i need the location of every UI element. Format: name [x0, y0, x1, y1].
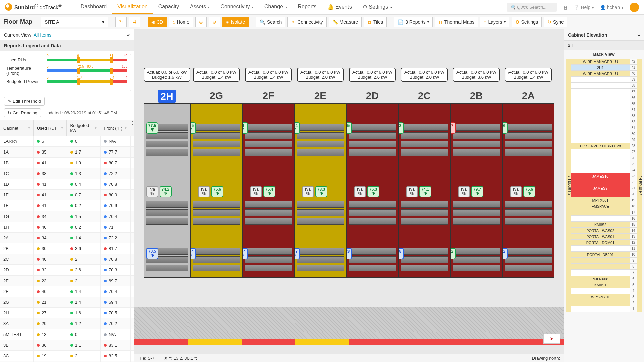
col-budgeted-kw[interactable]: Budgeted kW▾ [67, 120, 100, 136]
table-row[interactable]: 2H271.670.5 [0, 308, 134, 318]
elevation-slot[interactable]: JAMES921 [571, 185, 637, 191]
toolbar-measure[interactable]: 📏Measure [329, 17, 362, 27]
slider-track[interactable]: 093140 [47, 59, 127, 61]
table-row[interactable]: 2A341.472.2 [0, 233, 134, 243]
nav-events[interactable]: 🔔 Events [322, 0, 357, 14]
toolbar-↻[interactable]: ↻ [115, 17, 127, 27]
col-used-rus[interactable]: Used RUs▾ [34, 120, 67, 136]
table-row[interactable]: 1E410.780.9 [0, 190, 134, 200]
table-row[interactable]: 3C19282.5 [0, 351, 134, 361]
col-cabinet[interactable]: Cabinet▾ [0, 120, 34, 136]
edit-threshold-button[interactable]: ✎ Edit Threshold [4, 97, 45, 106]
current-view-link[interactable]: All Items [34, 32, 52, 38]
toolbar-3d[interactable]: ◉3D [148, 17, 167, 27]
table-row[interactable]: 1D410.470.8 [0, 179, 134, 190]
elevation-slot[interactable]: 33 [571, 113, 637, 119]
table-row[interactable]: 1A351.777.7 [0, 147, 134, 158]
rack-2C[interactable]: Actual: 0.0 of 6.0 kWBudget: 2.0 kW2C76.… [398, 103, 450, 308]
elevation-slot[interactable]: 38 [571, 83, 637, 89]
3d-view[interactable]: Actual: 0.0 of 6.0 kWBudget: 1.6 kW2H77.… [134, 29, 564, 354]
rack-2F[interactable]: Actual: 0.0 of 6.0 kWBudget: 1.4 kW2F76℉… [243, 103, 294, 308]
elevation-slot[interactable]: 1 [571, 306, 637, 312]
table-row[interactable]: 2C40270.8 [0, 254, 134, 265]
help-menu[interactable]: ❔ Help ▾ [574, 5, 594, 10]
table-row[interactable]: 2G211.469.4 [0, 297, 134, 308]
calendar-icon[interactable]: ▦ [563, 5, 568, 10]
elevation-slot[interactable]: 22 [571, 179, 637, 185]
table-row[interactable]: 2E23269.7 [0, 276, 134, 286]
elevation-slot[interactable]: 39 [571, 77, 637, 83]
toolbar-isolate[interactable]: ◈Isolate [222, 17, 249, 27]
toolbar-thermal-maps[interactable]: ▥Thermal Maps [435, 17, 478, 27]
rack-2D[interactable]: Actual: 0.0 of 6.0 kWBudget: 2.6 kW2D78.… [346, 103, 398, 308]
elevation-slot[interactable]: 17 [571, 209, 637, 216]
elevation-slot[interactable]: NJLNX086 [571, 276, 637, 282]
elevation-slot[interactable]: 2 [571, 300, 637, 306]
elevation-slot[interactable]: 26 [571, 155, 637, 161]
elevation-slot[interactable]: 37 [571, 89, 637, 95]
elevation-slot[interactable]: 7 [571, 270, 637, 276]
nav-settings[interactable]: ⚙ Settings ▾ [357, 0, 397, 14]
toolbar-layers[interactable]: ≡Layers ▾ [480, 17, 509, 27]
table-row[interactable]: 1G341.570.4 [0, 211, 134, 222]
elevation-slot[interactable]: 34 [571, 107, 637, 113]
toolbar-⊖[interactable]: ⊖ [209, 17, 220, 27]
elevation-slot[interactable]: 9 [571, 258, 637, 264]
elevation-slot[interactable]: HP SERVER DL360 U2828 [571, 143, 637, 149]
elevation-slot[interactable]: KMIIS15 [571, 282, 637, 288]
nav-reports[interactable]: Reports [292, 0, 322, 14]
elevation-slot[interactable]: KMIIS215 [571, 222, 637, 228]
toolbar-connectivity[interactable]: ☀Connectivity [287, 17, 326, 27]
elevation-slot[interactable]: 8 [571, 264, 637, 270]
site-select[interactable]: SITE A▾ [41, 17, 108, 27]
toolbar-tiles[interactable]: ▦Tiles [364, 17, 387, 27]
quick-search-input[interactable]: 🔍 Quick Search... [507, 3, 557, 12]
elevation-slot[interactable]: 24 [571, 167, 637, 173]
toolbar-🖨[interactable]: 🖨 [129, 17, 140, 27]
elevation-slot[interactable]: 4 [571, 288, 637, 294]
elevation-slot[interactable]: MPTXL0119 [571, 197, 637, 203]
table-row[interactable]: 2F401.470.4 [0, 286, 134, 297]
elevation-slot[interactable]: 31 [571, 125, 637, 131]
elevation-slot[interactable]: WPS-NY013 [571, 294, 637, 300]
table-row[interactable]: 3B361.183.1 [0, 340, 134, 351]
table-row[interactable]: 3A291.270.2 [0, 318, 134, 329]
elevation-slot[interactable]: 16 [571, 216, 637, 222]
elevation-slot[interactable]: 2H141 [571, 65, 637, 71]
nav-change[interactable]: Change ▾ [259, 0, 292, 14]
toolbar-search[interactable]: 🔍Search [256, 17, 285, 27]
toolbar-sync[interactable]: ↻Sync [544, 17, 567, 27]
elevation-slot[interactable]: 25 [571, 161, 637, 167]
get-reading-button[interactable]: ↻ Get Reading [4, 108, 41, 117]
nav-visualization[interactable]: Visualization [112, 0, 153, 14]
elevation-slot[interactable]: PORTAL-DOM0112 [571, 240, 637, 246]
table-row[interactable]: 1C381.372.2 [0, 168, 134, 179]
elevation-slot[interactable]: PORTAL-DB20110 [571, 252, 637, 258]
col-front-f[interactable]: Front (°F)▾ [100, 120, 130, 136]
nav-connectivity[interactable]: Connectivity ▾ [215, 0, 259, 14]
rack-2A[interactable]: Actual: 0.0 of 6.0 kWBudget: 1.4 kW2A76.… [502, 103, 554, 308]
toolbar-home[interactable]: ⌂Home [169, 17, 193, 27]
nav-assets[interactable]: Assets ▾ [184, 0, 215, 14]
table-row[interactable]: LARRY50N/A [0, 136, 134, 147]
table-row[interactable]: 1F410.270.9 [0, 200, 134, 211]
elevation-slot[interactable]: 35 [571, 101, 637, 107]
toolbar-settings[interactable]: ⚙Settings [512, 17, 542, 27]
user-menu[interactable]: 👤 hchan ▾ [600, 5, 624, 10]
toolbar-⊕[interactable]: ⊕ [195, 17, 207, 27]
slider-track[interactable]: 072.5 - 80.5105 [47, 69, 127, 72]
elevation-slot[interactable]: 20 [571, 191, 637, 197]
rack-2G[interactable]: Actual: 0.0 of 6.0 kWBudget: 1.4 kW2G77.… [191, 103, 243, 308]
table-row[interactable]: 1H400.271 [0, 222, 134, 233]
elevation-slot[interactable]: JAMES1023 [571, 173, 637, 179]
avatar[interactable] [630, 3, 639, 12]
rack-2E[interactable]: Actual: 0.0 of 6.0 kWBudget: 2.0 kW2E75.… [294, 103, 346, 308]
elevation-slot[interactable]: WIRE MANAGER 1U40 [571, 71, 637, 77]
table-row[interactable]: 2D322.670.3 [0, 265, 134, 276]
collapse-left-icon[interactable]: « [127, 32, 130, 38]
rack-2B[interactable]: Actual: 0.0 of 6.0 kWBudget: 3.6 kW2B81.… [450, 103, 502, 308]
table-row[interactable]: 1B411.980.7 [0, 158, 134, 168]
elevation-slot[interactable]: FMSPACE18 [571, 203, 637, 209]
table-row[interactable]: 2B303.681.7 [0, 243, 134, 254]
elevation-slot[interactable]: 32 [571, 119, 637, 125]
